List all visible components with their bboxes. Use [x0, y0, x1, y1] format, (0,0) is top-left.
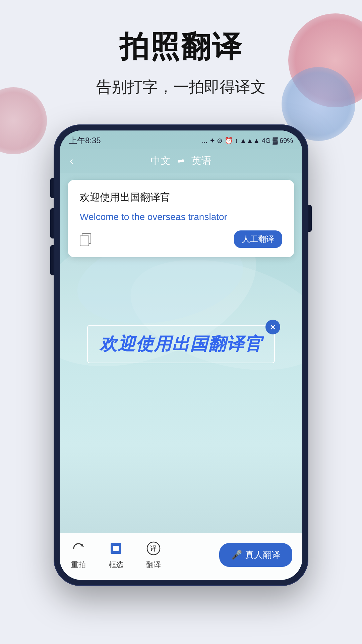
ocr-selection-area: 欢迎使用出国翻译官 × — [87, 325, 275, 363]
source-language[interactable]: 中文 — [150, 154, 171, 168]
translate-label: 翻译 — [146, 560, 161, 570]
volume-down-button — [50, 245, 54, 275]
real-translate-button[interactable]: 🎤 真人翻译 — [219, 543, 292, 567]
human-translate-button[interactable]: 人工翻译 — [234, 230, 282, 248]
phone-mockup: 上午8:35 ... ✦ ⊘ ⏰ ↕ ▲▲▲ 4G ▓ 69% ‹ 中文 ⇌ 英… — [54, 124, 308, 586]
translate-icon: 译 — [145, 540, 162, 557]
translate-button[interactable]: 译 翻译 — [145, 540, 162, 570]
battery-percent: 69% — [280, 137, 293, 145]
mute-button — [50, 178, 54, 198]
svg-rect-1 — [113, 546, 119, 551]
ocr-close-button[interactable]: × — [265, 320, 280, 334]
retake-icon — [70, 540, 87, 557]
retake-button[interactable]: 重拍 — [70, 540, 87, 570]
status-bar: 上午8:35 ... ✦ ⊘ ⏰ ↕ ▲▲▲ 4G ▓ 69% — [60, 130, 302, 149]
ocr-box: 欢迎使用出国翻译官 × — [87, 325, 275, 363]
signal-icons: ... ✦ ⊘ ⏰ ↕ ▲▲▲ 4G — [202, 137, 270, 145]
source-text: 欢迎使用出国翻译官 — [80, 191, 282, 204]
copy-button[interactable] — [80, 233, 92, 245]
back-button[interactable]: ‹ — [70, 155, 73, 167]
bottom-toolbar: 重拍 框选 — [60, 533, 302, 580]
ocr-text: 欢迎使用出国翻译官 — [98, 332, 264, 356]
real-translate-label: 真人翻译 — [245, 549, 280, 561]
real-translate-icon: 🎤 — [231, 550, 242, 560]
translation-result: Welcome to the overseas translator — [80, 212, 282, 222]
nav-bar: ‹ 中文 ⇌ 英语 — [60, 149, 302, 173]
swap-language-button[interactable]: ⇌ — [177, 156, 185, 166]
toolbar-actions: 重拍 框选 — [70, 540, 162, 570]
select-icon — [107, 540, 125, 557]
battery-icon: ▓ — [273, 137, 278, 145]
retake-label: 重拍 — [71, 560, 86, 570]
target-language[interactable]: 英语 — [191, 154, 212, 168]
volume-up-button — [50, 208, 54, 238]
power-button — [308, 205, 312, 232]
card-footer: 人工翻译 — [80, 230, 282, 248]
main-title: 拍照翻译 — [119, 27, 243, 67]
svg-text:译: 译 — [150, 545, 157, 552]
sub-title: 告别打字，一拍即得译文 — [96, 77, 266, 98]
status-time: 上午8:35 — [69, 135, 101, 146]
select-button[interactable]: 框选 — [107, 540, 125, 570]
status-icons: ... ✦ ⊘ ⏰ ↕ ▲▲▲ 4G ▓ 69% — [202, 137, 293, 145]
translation-card: 欢迎使用出国翻译官 Welcome to the overseas transl… — [68, 180, 294, 257]
select-label: 框选 — [109, 560, 123, 570]
